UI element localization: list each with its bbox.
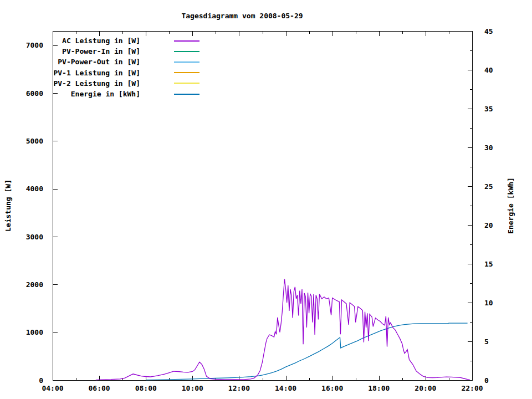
legend-item: PV-Power-Out in [W]: [0, 57, 200, 67]
series-energie-line: [146, 323, 467, 380]
y1-tick-label: 2000: [26, 281, 43, 288]
x-tick-label: 12:00: [228, 385, 250, 392]
legend-line-sample: [174, 62, 200, 63]
y2-tick-label: 45: [484, 28, 493, 35]
x-tick-label: 08:00: [135, 385, 157, 392]
x-tick-label: 06:00: [89, 385, 110, 392]
x-tick-label: 20:00: [415, 385, 436, 392]
y1-tick-label: 0: [39, 377, 43, 384]
legend-item-label: PV-2 Leistung in [W]: [0, 79, 140, 88]
legend-line-sample: [174, 83, 200, 84]
y1-tick-label: 5000: [26, 137, 43, 145]
y2-tick-label: 35: [484, 105, 493, 112]
y2-tick-label: 15: [484, 260, 493, 268]
y2-tick-label: 5: [484, 338, 489, 345]
y1-tick-label: 3000: [26, 233, 43, 241]
y1-tick-label: 4000: [26, 185, 43, 192]
y2-tick-label: 40: [484, 66, 493, 74]
legend-item-label: PV-1 Leistung in [W]: [0, 69, 140, 77]
x-tick-label: 16:00: [321, 385, 343, 392]
y2-tick-label: 20: [484, 222, 493, 229]
legend-item-label: PV-Power-In in [W]: [0, 47, 140, 55]
legend-line-sample: [174, 51, 200, 52]
y2-tick-label: 25: [484, 183, 493, 190]
series-ac-line: [96, 279, 470, 380]
legend-item-label: Energie in [kWh]: [0, 90, 140, 98]
x-tick-label: 18:00: [368, 385, 390, 392]
legend-item: PV-2 Leistung in [W]: [0, 78, 200, 89]
legend-line-sample: [174, 40, 200, 42]
x-tick-label: 10:00: [182, 385, 203, 392]
legend-line-sample: [174, 94, 200, 95]
y2-tick-label: 10: [484, 299, 493, 306]
legend-line-sample: [174, 72, 200, 73]
legend-item: PV-1 Leistung in [W]: [0, 68, 200, 78]
legend-item-label: AC Leistung in [W]: [0, 37, 140, 45]
y1-tick-label: 6000: [26, 90, 43, 97]
x-tick-label: 04:00: [42, 385, 63, 392]
y2-tick-label: 30: [484, 144, 493, 151]
x-tick-label: 14:00: [275, 385, 296, 392]
y2-tick-label: 0: [484, 377, 489, 384]
legend-item-label: PV-Power-Out in [W]: [0, 58, 140, 66]
x-tick-label: 22:00: [461, 385, 483, 392]
y1-tick-label: 7000: [26, 42, 43, 49]
y1-tick-label: 1000: [26, 329, 43, 336]
